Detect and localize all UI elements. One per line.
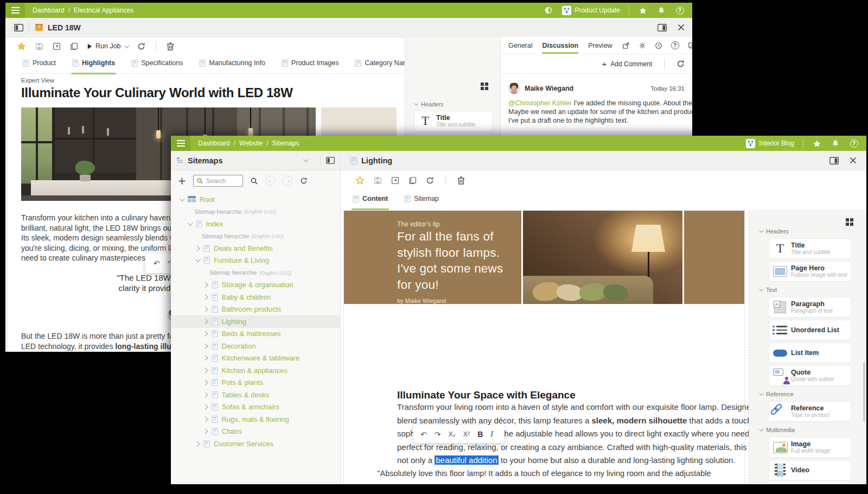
palette-item-page-hero[interactable]: Page HeroFullsize image with text <box>769 261 851 282</box>
collapse-panel-icon[interactable] <box>14 24 23 31</box>
delete-trash-icon[interactable] <box>167 42 174 50</box>
chevron-right-icon[interactable] <box>202 307 208 312</box>
tree-item-kitchen-appliances[interactable]: Kitchen & appliances <box>171 364 340 377</box>
history-clock-icon[interactable] <box>655 42 662 49</box>
chevron-right-icon[interactable] <box>202 319 208 324</box>
search-input[interactable] <box>206 178 238 184</box>
automation-gear-icon[interactable] <box>639 42 646 49</box>
palette-item-quote[interactable]: QuoteQuote with author <box>769 365 851 386</box>
add-comment-button[interactable]: + Add Comment <box>602 59 652 68</box>
tree-item-bathroom-products[interactable]: Bathroom products <box>171 303 340 316</box>
refresh-tree-icon[interactable] <box>300 177 308 185</box>
help-icon[interactable]: ? <box>675 5 685 15</box>
tree-item-tables-desks[interactable]: Tables & desks <box>171 389 340 401</box>
duplicate-icon[interactable] <box>409 176 417 185</box>
refresh-comments-icon[interactable] <box>676 60 685 68</box>
search-button[interactable] <box>251 178 258 185</box>
refresh-icon[interactable] <box>137 42 145 50</box>
tree-item-pots-plants[interactable]: Pots & plants <box>171 377 340 389</box>
tree-item-root[interactable]: Root <box>171 193 340 206</box>
run-job-button[interactable]: Run Job <box>87 42 128 50</box>
chevron-right-icon[interactable] <box>202 282 208 288</box>
palette-scrollbar[interactable] <box>863 362 865 422</box>
add-node-button[interactable] <box>178 178 186 185</box>
close-icon[interactable] <box>678 24 685 31</box>
chevron-right-icon[interactable] <box>195 441 200 446</box>
open-preview-icon[interactable] <box>53 42 61 50</box>
grid-view-icon[interactable] <box>481 83 488 90</box>
palette-item-unordered-list[interactable]: Unordered List <box>769 320 851 340</box>
tree-item-furniture-living[interactable]: Furniture & Living <box>171 255 340 267</box>
split-view-icon[interactable] <box>829 157 839 164</box>
palette-section-text[interactable]: Text <box>759 287 857 293</box>
favorites-star-icon[interactable] <box>638 5 648 15</box>
chevron-right-icon[interactable] <box>202 416 208 422</box>
tree-item-deals-and-benefits[interactable]: Deals and Benefits <box>171 242 340 255</box>
chevron-down-icon[interactable] <box>187 220 193 226</box>
tree-item-storage-organisation[interactable]: Storage & organisation <box>171 279 340 292</box>
palette-section-headers[interactable]: Headers <box>414 101 493 107</box>
tree-item-chairs[interactable]: Chairs <box>171 426 340 438</box>
tree-item-index[interactable]: Index <box>171 218 340 230</box>
notes-icon[interactable] <box>688 42 692 49</box>
breadcrumb-item-sitemaps[interactable]: Sitemaps <box>272 140 299 147</box>
save-icon[interactable] <box>35 42 43 50</box>
superscript-button[interactable]: X² <box>459 425 474 443</box>
chevron-right-icon[interactable] <box>202 404 208 410</box>
chevron-right-icon[interactable] <box>202 294 208 300</box>
breadcrumb-item-dashboard[interactable]: Dashboard <box>33 7 65 14</box>
breadcrumb-item-website[interactable]: Website <box>239 140 263 147</box>
tree-item-rugs-mats-flooring[interactable]: Rugs, mats & flooring <box>171 413 340 426</box>
tab-discussion[interactable]: Discussion <box>542 37 578 54</box>
tree-item-beds-mattresses[interactable]: Beds & mattresses <box>171 328 340 340</box>
palette-item-paragraph[interactable]: AParagraphParagraph of text <box>769 297 851 318</box>
refresh-icon[interactable] <box>426 176 434 185</box>
tree-item-baby-children[interactable]: Baby & children <box>171 291 340 303</box>
palette-section-reference[interactable]: Reference <box>759 391 857 397</box>
chevron-right-icon[interactable] <box>202 380 208 385</box>
chevron-right-icon[interactable] <box>202 392 208 397</box>
menu-button[interactable] <box>5 3 25 18</box>
chevron-right-icon[interactable] <box>202 331 208 337</box>
favorite-star-icon[interactable] <box>17 42 26 50</box>
bold-button[interactable]: B <box>474 425 487 443</box>
navigate-forward-button[interactable] <box>283 176 292 186</box>
chevron-down-icon[interactable] <box>303 157 309 162</box>
tab-content[interactable]: Content <box>352 195 389 209</box>
chevron-right-icon[interactable] <box>195 245 200 251</box>
palette-item-list-item[interactable]: List Item <box>769 343 851 363</box>
tab-product-images[interactable]: Product Images <box>280 59 340 73</box>
content-editor[interactable]: The editor's tip For all the fans ofstyl… <box>343 210 745 484</box>
collapse-panel-icon[interactable] <box>326 157 335 164</box>
breadcrumb-item-electrical-appliances[interactable]: Electrical Appliances <box>74 7 133 14</box>
palette-section-multimedia[interactable]: Multimedia <box>759 427 857 433</box>
delete-trash-icon[interactable] <box>457 176 465 185</box>
save-icon[interactable] <box>374 176 382 185</box>
navigate-back-button[interactable] <box>265 176 275 186</box>
palette-item-image[interactable]: ImageFull width image <box>769 437 851 458</box>
favorites-star-icon[interactable] <box>812 138 822 148</box>
theme-icon[interactable] <box>544 5 553 15</box>
app-badge[interactable]: Product Update <box>562 6 620 15</box>
chevron-down-icon[interactable] <box>195 257 201 262</box>
italic-button[interactable]: I <box>487 425 497 443</box>
page-hero-block[interactable]: The editor's tip For all the fans ofstyl… <box>344 211 744 304</box>
chevron-right-icon[interactable] <box>202 368 208 373</box>
duplicate-icon[interactable] <box>70 42 78 50</box>
grid-view-icon[interactable] <box>846 218 853 226</box>
undo-button[interactable]: ↶ <box>150 254 164 273</box>
chevron-right-icon[interactable] <box>202 343 208 349</box>
tab-sitemap[interactable]: Sitemap <box>403 195 440 209</box>
palette-item-reference[interactable]: ReferenceTopic or product <box>769 401 851 422</box>
chevron-right-icon[interactable] <box>202 429 208 434</box>
tree-item-lighting[interactable]: Lighting <box>171 315 340 328</box>
app-badge[interactable]: Interior Blog <box>746 139 794 148</box>
subscript-button[interactable]: X₂ <box>444 425 459 443</box>
notifications-bell-icon[interactable] <box>656 5 666 15</box>
chevron-down-icon[interactable] <box>180 196 185 201</box>
notifications-bell-icon[interactable] <box>831 138 840 148</box>
text-segment[interactable]: @Christopher Kohler <box>508 99 572 107</box>
tab-preview[interactable]: Preview <box>588 37 612 54</box>
help-icon[interactable]: ? <box>671 41 679 49</box>
tab-highlights[interactable]: Highlights <box>71 59 116 73</box>
